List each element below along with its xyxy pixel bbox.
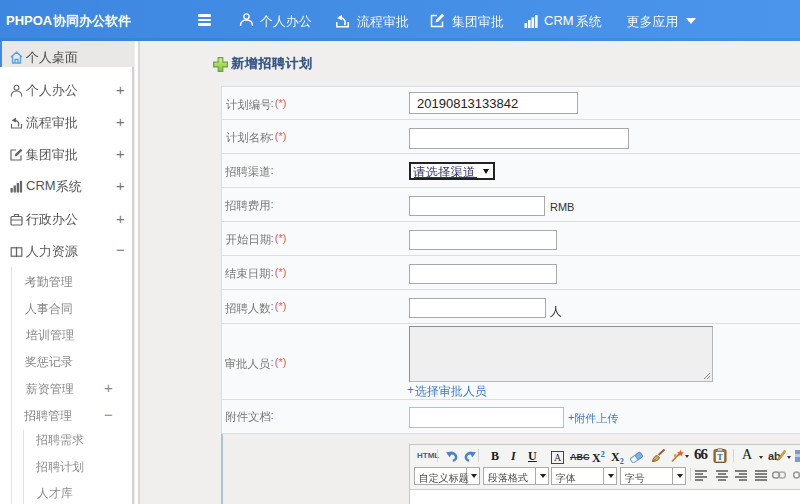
svg-text:T: T <box>717 453 723 462</box>
